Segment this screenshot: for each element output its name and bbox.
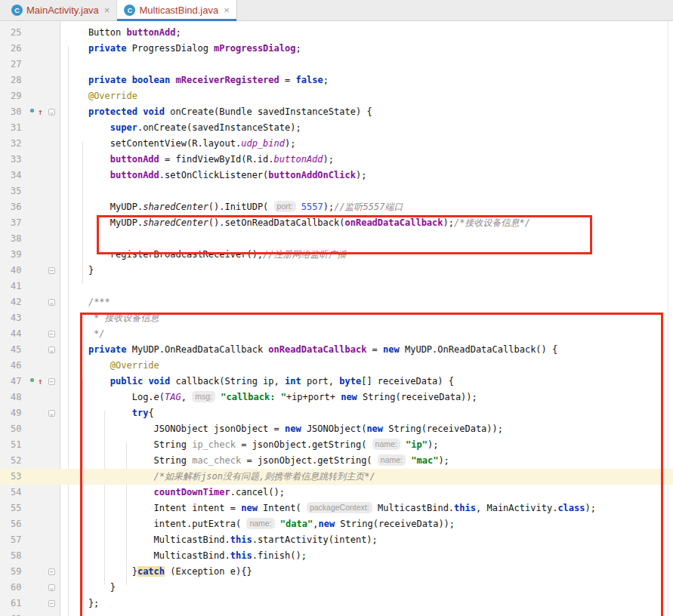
code-line[interactable]: 48 Log.e(TAG, msg: "callback: "+ip+port+… — [0, 390, 673, 405]
token — [66, 408, 132, 418]
gutter-icon-slot — [29, 500, 47, 516]
code-line[interactable]: 43 * 接收设备信息 — [0, 310, 673, 326]
override-method-icon[interactable]: ↑ — [29, 104, 47, 120]
fold-marker[interactable]: − — [47, 326, 61, 342]
fold-marker[interactable]: ⌄ — [47, 580, 61, 596]
code-line[interactable]: 28 private boolean mReceiverRegistered =… — [0, 72, 673, 88]
token: this — [230, 550, 252, 561]
code-line[interactable]: 26 private ProgressDialog mProgressDialo… — [0, 41, 673, 57]
token: new — [285, 424, 301, 434]
token — [66, 376, 110, 387]
line-number: 53 — [0, 469, 29, 485]
code-line[interactable]: 37 MyUDP.sharedCenter().setOnReadDataCal… — [0, 215, 673, 231]
fold-slot — [47, 215, 61, 231]
line-number: 47 — [0, 374, 29, 390]
token: ProgressDialog — [126, 43, 214, 54]
code-text — [61, 183, 673, 199]
gutter-icon-slot — [29, 437, 47, 453]
code-line[interactable]: 40− } — [0, 263, 673, 279]
token — [66, 154, 110, 165]
code-line[interactable]: 52 String mac_check = jsonObject.getStri… — [0, 453, 673, 469]
code-text: MulticastBind.this.startActivity(intent)… — [61, 532, 673, 548]
code-line[interactable]: 32 setContentView(R.layout.udp_bind); — [0, 136, 673, 152]
fold-marker[interactable]: ⌄ — [47, 104, 61, 120]
token: mac_check — [192, 455, 241, 466]
code-line[interactable]: 46 @Override — [0, 358, 673, 374]
code-line[interactable]: 27 — [0, 57, 673, 72]
fold-marker[interactable]: − — [47, 374, 61, 390]
fold-marker[interactable]: − — [47, 564, 61, 580]
fold-slot — [47, 247, 61, 263]
code-line[interactable]: 47↑− public void callback(String ip, int… — [0, 374, 673, 390]
fold-slot — [47, 611, 61, 616]
token: buttonAdd — [110, 170, 159, 180]
code-line[interactable]: 35 — [0, 183, 673, 199]
code-line[interactable]: 58 MulticastBind.this.finish(); — [0, 548, 673, 564]
code-line[interactable]: 25 Button buttonAdd; — [0, 25, 673, 41]
token — [66, 170, 110, 180]
token: */ — [66, 328, 105, 339]
code-line[interactable]: 57 MulticastBind.this.startActivity(inte… — [0, 532, 673, 548]
token: ); — [428, 439, 438, 450]
fold-marker[interactable]: ⌄ — [47, 405, 61, 421]
token: byte — [339, 376, 361, 387]
code-line[interactable]: 61− }; — [0, 596, 673, 611]
token: Button — [66, 27, 126, 38]
gutter-icon-slot — [29, 168, 47, 183]
code-line[interactable]: 34 buttonAdd.setOnClickListener(buttonAd… — [0, 168, 673, 183]
fold-marker[interactable]: − — [47, 596, 61, 611]
code-line[interactable]: 41 — [0, 279, 673, 294]
fold-marker[interactable]: ⌄ — [47, 342, 61, 358]
code-text — [61, 279, 673, 294]
token: (Exception e){} — [165, 566, 252, 577]
fold-marker[interactable]: − — [47, 263, 61, 279]
code-line[interactable]: 55 Intent intent = new Intent( packageCo… — [0, 500, 673, 516]
code-line[interactable]: 44− */ — [0, 326, 673, 342]
fold-slot — [47, 57, 61, 72]
code-line[interactable]: 53 /*如果解析json没有问题,则携带着信息跳转到主页*/ — [0, 469, 673, 485]
fold-slot — [47, 231, 61, 247]
close-icon[interactable]: × — [222, 5, 230, 15]
fold-slot — [47, 469, 61, 485]
tab-mainactivity[interactable]: C MainActivity.java × — [5, 0, 117, 20]
code-line[interactable]: 29 @Override — [0, 88, 673, 104]
code-text: setContentView(R.layout.udp_bind); — [61, 136, 673, 152]
code-line[interactable]: 42⌄ /*** — [0, 294, 673, 310]
code-line[interactable]: 36 MyUDP.sharedCenter().InitUDP( port: 5… — [0, 199, 673, 215]
code-line[interactable]: 50 JSONObject jsonObject = new JSONObjec… — [0, 421, 673, 437]
code-editor[interactable]: 25 Button buttonAdd;26 private ProgressD… — [0, 21, 673, 616]
code-line[interactable]: 39 registerBroadcastReceiver();//注册网络监听广… — [0, 247, 673, 263]
line-number: 58 — [0, 548, 29, 564]
token: } — [66, 566, 137, 577]
token: private — [88, 75, 127, 85]
fold-marker[interactable]: ⌄ — [47, 294, 61, 310]
code-line[interactable]: 38 — [0, 231, 673, 247]
line-number: 40 — [0, 263, 29, 279]
token: ); — [323, 154, 334, 165]
gutter-icon-slot — [29, 57, 47, 72]
fold-slot — [47, 421, 61, 437]
close-icon[interactable]: × — [103, 5, 110, 15]
token — [400, 439, 406, 450]
token: this — [454, 503, 476, 513]
code-line[interactable]: 51 String ip_check = jsonObject.getStrin… — [0, 437, 673, 453]
implements-method-icon[interactable]: ↑ — [29, 374, 47, 390]
token: Intent intent = — [66, 503, 241, 513]
token: public — [110, 376, 143, 387]
code-line[interactable]: 45⌄ private MyUDP.OnReadDataCallback onR… — [0, 342, 673, 358]
code-line[interactable]: 54 countDownTimer.cancel(); — [0, 485, 673, 500]
code-text: buttonAdd = findViewById(R.id.buttonAdd)… — [61, 152, 673, 168]
code-line[interactable]: 30↑⌄ protected void onCreate(Bundle save… — [0, 104, 673, 120]
code-line[interactable]: 56 intent.putExtra( name: "data",new Str… — [0, 516, 673, 532]
token: buttonAdd — [110, 154, 159, 165]
code-line[interactable]: 60⌄ } — [0, 580, 673, 596]
line-number: 62 — [0, 611, 29, 616]
code-line[interactable]: 49⌄ try{ — [0, 405, 673, 421]
tab-multicastbind[interactable]: C MulticastBind.java × — [117, 0, 236, 20]
token — [66, 487, 154, 497]
code-line[interactable]: 33 buttonAdd = findViewById(R.id.buttonA… — [0, 152, 673, 168]
code-line[interactable]: 31 super.onCreate(savedInstanceState); — [0, 120, 673, 136]
code-line[interactable]: 59− }catch (Exception e){} — [0, 564, 673, 580]
gutter-icon-slot — [29, 611, 47, 616]
code-line[interactable]: 62 — [0, 611, 673, 616]
